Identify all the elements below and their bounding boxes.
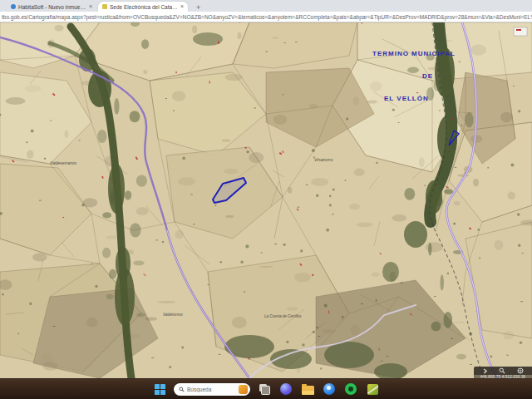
tab-habitasoft[interactable]: HabitaSoft - Nuevo inmueble × bbox=[7, 2, 96, 12]
copilot-button[interactable] bbox=[278, 382, 293, 397]
place-label: Valdetornos bbox=[163, 313, 184, 317]
tab-close-icon[interactable]: × bbox=[180, 4, 184, 9]
url-text[interactable]: tbo.gob.es/Cartografia/mapa.aspx?pest=ru… bbox=[0, 14, 532, 20]
address-bar[interactable]: tbo.gob.es/Cartografia/mapa.aspx?pest=ru… bbox=[0, 12, 532, 22]
yellow-green-app-button[interactable] bbox=[365, 382, 380, 397]
blue-app-button[interactable] bbox=[322, 382, 337, 397]
tab-title: HabitaSoft - Nuevo inmueble bbox=[18, 4, 86, 10]
new-tab-button[interactable]: + bbox=[193, 3, 204, 12]
yellow-green-app-icon bbox=[367, 384, 378, 395]
map-area[interactable]: TERMINO MUNICIPAL DE EL VELLÓN Valdeserr… bbox=[0, 22, 532, 378]
task-view-button[interactable] bbox=[257, 382, 272, 397]
catastro-favicon-icon bbox=[102, 4, 107, 9]
habitasoft-favicon-icon bbox=[11, 4, 16, 9]
screen: HabitaSoft - Nuevo inmueble × Sede Elect… bbox=[0, 0, 532, 399]
windows-taskbar: Búsqueda bbox=[0, 378, 532, 399]
green-app-button[interactable] bbox=[343, 382, 358, 397]
place-label: La Cuesta de Cerrillos bbox=[264, 314, 302, 318]
file-explorer-icon bbox=[302, 386, 314, 395]
municipality-label-line1: TERMINO MUNICIPAL bbox=[372, 50, 456, 57]
tab-catastro[interactable]: Sede Electrónica del Catastro ... × bbox=[98, 2, 188, 12]
search-highlight-icon[interactable] bbox=[239, 385, 248, 394]
task-view-icon bbox=[259, 384, 270, 395]
file-explorer-button[interactable] bbox=[300, 382, 315, 397]
start-button[interactable] bbox=[152, 382, 167, 397]
green-ring-app-icon bbox=[345, 383, 357, 395]
tab-close-icon[interactable]: × bbox=[89, 4, 92, 9]
search-icon bbox=[179, 387, 185, 392]
cadastral-map[interactable]: TERMINO MUNICIPAL DE EL VELLÓN Valdeserr… bbox=[0, 22, 532, 378]
blue-app-icon bbox=[323, 383, 335, 395]
tab-title: Sede Electrónica del Catastro ... bbox=[110, 4, 178, 10]
magnifier-icon[interactable] bbox=[499, 367, 505, 374]
map-viewer-toolbar: 446.895,75 4.512.030,36 bbox=[474, 367, 532, 378]
place-label: Vinazorno bbox=[314, 157, 333, 162]
copilot-icon bbox=[280, 383, 292, 395]
globe-icon[interactable] bbox=[517, 367, 524, 374]
browser-tab-strip: HabitaSoft - Nuevo inmueble × Sede Elect… bbox=[0, 0, 532, 12]
search-placeholder: Búsqueda bbox=[187, 387, 236, 392]
municipality-label-line3: EL VELLÓN bbox=[384, 95, 429, 102]
place-label: Valdeserranos bbox=[50, 160, 77, 165]
municipality-label-line2: DE bbox=[422, 72, 433, 80]
chevron-right-icon[interactable] bbox=[482, 368, 488, 374]
map-label-box bbox=[514, 27, 527, 36]
taskbar-search[interactable]: Búsqueda bbox=[174, 383, 250, 396]
windows-logo-icon bbox=[155, 384, 165, 395]
